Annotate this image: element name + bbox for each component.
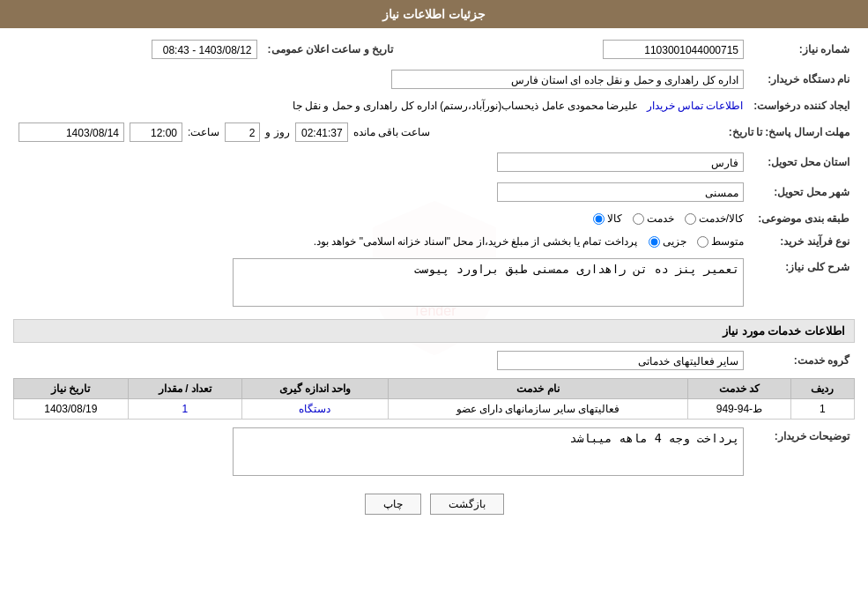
print-button[interactable]: چاپ xyxy=(365,494,421,515)
need-desc-textarea[interactable] xyxy=(233,258,744,307)
cell-row: 1 xyxy=(790,399,854,420)
info-table-row7: طبقه بندی موضوعی: کالا/خدمت خدمت xyxy=(13,210,855,227)
buyer-notes-table: توضیحات خریدار: xyxy=(13,425,855,481)
category-kala-khadamat[interactable]: کالا/خدمت xyxy=(685,212,744,225)
purchase-type-options: متوسط جزیی پرداخت تمام یا بخشی از مبلغ خ… xyxy=(13,233,749,250)
cell-unit: دستگاه xyxy=(242,399,389,420)
announcement-box: 1403/08/12 - 08:43 xyxy=(152,40,257,59)
days-label: روز و xyxy=(265,126,289,138)
cell-qty: 1 xyxy=(128,399,241,420)
response-deadline-label: مهلت ارسال پاسخ: تا تاریخ: xyxy=(723,120,855,145)
remain-label: ساعت باقی مانده xyxy=(353,126,431,138)
buyer-org-label: نام دستگاه خریدار: xyxy=(749,67,855,92)
need-desc-label: شرح کلی نیاز: xyxy=(749,256,855,312)
col-name: نام خدمت xyxy=(388,379,687,399)
service-group-value: سایر فعالیتهای خدماتی xyxy=(13,348,749,373)
info-table-row4: مهلت ارسال پاسخ: تا تاریخ: ساعت باقی مان… xyxy=(13,120,855,145)
city-value: ممسنی xyxy=(13,180,749,204)
announcement-label: تاریخ و ساعت اعلان عمومی: xyxy=(263,37,398,62)
category-kala[interactable]: کالا xyxy=(593,212,622,225)
info-table-row2: نام دستگاه خریدار: اداره کل راهداری و حم… xyxy=(13,67,855,92)
province-box: فارس xyxy=(497,152,744,172)
info-table-row3: ایجاد کننده درخواست: اطلاعات تماس خریدار… xyxy=(13,97,855,115)
creator-link[interactable]: اطلاعات تماس خریدار xyxy=(647,100,744,112)
button-row: بازگشت چاپ xyxy=(13,494,855,515)
cell-code: ط-94-949 xyxy=(688,399,791,420)
need-number-box: 1103001044000715 xyxy=(603,40,744,59)
info-table-row9: شرح کلی نیاز: xyxy=(13,256,855,312)
creator-text: علیرضا محمودی عامل ذیحساب(نورآباد،رستم) … xyxy=(293,100,639,112)
info-table-row5: استان محل تحویل: فارس xyxy=(13,150,855,175)
services-table: ردیف کد خدمت نام خدمت واحد اندازه گیری ت… xyxy=(13,378,855,420)
purchase-type-note: پرداخت تمام یا بخشی از مبلغ خرید،از محل … xyxy=(314,235,637,248)
date-box: 1403/08/14 xyxy=(19,123,124,142)
service-group-label: گروه خدمت: xyxy=(749,348,855,373)
time-label: ساعت: xyxy=(188,126,219,138)
cell-date: 1403/08/19 xyxy=(14,399,129,420)
info-table-row8: نوع فرآیند خرید: متوسط جزیی xyxy=(13,233,855,250)
cell-name: فعالیتهای سایر سازمانهای دارای عضو xyxy=(388,399,687,420)
col-date: تاریخ نیاز xyxy=(14,379,129,399)
creator-value: اطلاعات تماس خریدار علیرضا محمودی عامل ذ… xyxy=(13,97,748,115)
table-row: 1 ط-94-949 فعالیتهای سایر سازمانهای دارا… xyxy=(14,399,855,420)
buyer-notes-textarea[interactable] xyxy=(233,427,744,476)
buyer-notes-value xyxy=(13,425,749,481)
need-number-value: 1103001044000715 xyxy=(425,37,749,62)
city-box: ممسنی xyxy=(497,182,744,202)
col-row: ردیف xyxy=(790,379,854,399)
purchase-type-motavaset[interactable]: متوسط xyxy=(697,235,744,248)
page-title: جزئیات اطلاعات نیاز xyxy=(382,7,486,21)
category-label: طبقه بندی موضوعی: xyxy=(749,210,855,227)
purchase-type-jozi[interactable]: جزیی xyxy=(649,235,686,248)
province-label: استان محل تحویل: xyxy=(749,150,855,175)
need-number-label: شماره نیاز: xyxy=(749,37,855,62)
services-section-header: اطلاعات خدمات مورد نیاز xyxy=(13,319,855,343)
category-options: کالا/خدمت خدمت کالا xyxy=(13,210,749,227)
buyer-notes-label: توضیحات خریدار: xyxy=(749,425,855,481)
days-box: 2 xyxy=(225,123,260,142)
service-group-box: سایر فعالیتهای خدماتی xyxy=(497,351,744,370)
province-value: فارس xyxy=(13,150,749,175)
col-qty: تعداد / مقدار xyxy=(128,379,241,399)
buyer-org-box: اداره کل راهداری و حمل و نقل جاده ای است… xyxy=(391,70,744,89)
service-group-table: گروه خدمت: سایر فعالیتهای خدماتی xyxy=(13,348,855,373)
remain-box: 02:41:37 xyxy=(295,123,348,142)
creator-label: ایجاد کننده درخواست: xyxy=(748,97,855,115)
back-button[interactable]: بازگشت xyxy=(430,494,504,515)
info-table-row1: شماره نیاز: 1103001044000715 تاریخ و ساع… xyxy=(13,37,855,62)
time-box: 12:00 xyxy=(130,123,182,142)
announcement-value: 1403/08/12 - 08:43 xyxy=(13,37,263,62)
info-table-row6: شهر محل تحویل: ممسنی xyxy=(13,180,855,204)
buyer-org-value: اداره کل راهداری و حمل و نقل جاده ای است… xyxy=(13,67,749,92)
purchase-type-label: نوع فرآیند خرید: xyxy=(749,233,855,250)
response-deadline-values: ساعت باقی مانده 02:41:37 روز و 2 ساعت: 1… xyxy=(13,120,723,145)
city-label: شهر محل تحویل: xyxy=(749,180,855,204)
page-header: جزئیات اطلاعات نیاز xyxy=(0,0,868,28)
category-khadamat[interactable]: خدمت xyxy=(633,212,674,225)
col-code: کد خدمت xyxy=(688,379,791,399)
col-unit: واحد اندازه گیری xyxy=(242,379,389,399)
need-desc-value xyxy=(13,256,749,312)
